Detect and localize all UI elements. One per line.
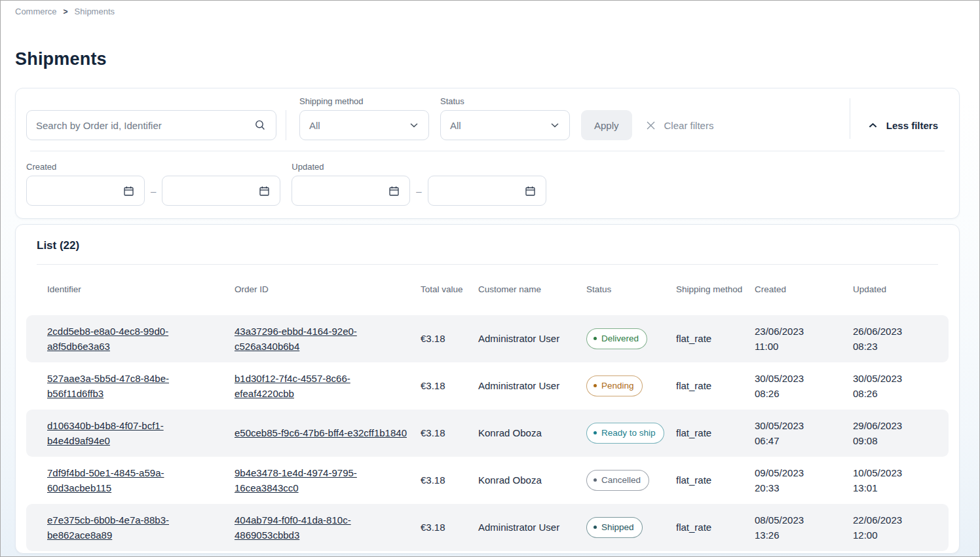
- order-id-link[interactable]: 9b4e3478-1e4d-4974-9795-16cea3843cc0: [235, 467, 357, 493]
- table-row: 527aae3a-5b5d-47c8-84be-b56f11d6ffb3 b1d…: [26, 362, 949, 410]
- customer-name-cell: Konrad Oboza: [478, 425, 586, 440]
- breadcrumb-commerce[interactable]: Commerce: [15, 7, 57, 16]
- chevron-up-icon: [867, 120, 878, 131]
- filter-divider: [286, 110, 286, 140]
- column-header: Customer name: [478, 284, 586, 296]
- column-header: Updated: [853, 284, 941, 296]
- order-id-link[interactable]: 404ab794-f0f0-41da-810c-4869053cbbd3: [235, 514, 351, 541]
- calendar-icon: [388, 185, 400, 197]
- column-header: Identifier: [47, 284, 235, 296]
- clear-filters-button[interactable]: Clear filters: [645, 110, 714, 140]
- top-bar: Commerce > Shipments: [1, 1, 979, 29]
- updated-cell: 22/06/202312:00: [853, 512, 941, 543]
- close-icon: [645, 120, 656, 131]
- shipping-method-cell: flat_rate: [676, 472, 755, 488]
- breadcrumb: Commerce > Shipments: [15, 7, 979, 16]
- range-dash: –: [151, 185, 156, 197]
- status-select[interactable]: All: [440, 110, 570, 140]
- total-value-cell: €3.18: [421, 331, 478, 346]
- page-title: Shipments: [15, 49, 979, 69]
- table-row: 7df9f4bd-50e1-4845-a59a-60d3acbeb115 9b4…: [26, 457, 949, 504]
- updated-cell: 29/06/202309:08: [853, 418, 941, 449]
- status-badge-label: Delivered: [601, 332, 639, 346]
- customer-name-cell: Administrator User: [478, 378, 586, 393]
- updated-cell: 26/06/202308:23: [853, 324, 941, 355]
- table-body: 2cdd5eb8-e8a0-4ec8-99d0-a8f5db6e3a63 43a…: [26, 315, 949, 551]
- status-cell: Shipped: [586, 517, 676, 539]
- search-box[interactable]: [26, 110, 276, 140]
- created-cell: 30/05/202308:26: [755, 371, 853, 402]
- calendar-icon: [524, 185, 537, 197]
- status-cell: Delivered: [586, 328, 676, 350]
- created-cell: 08/05/202313:26: [755, 512, 853, 543]
- identifier-link[interactable]: d106340b-b4b8-4f07-bcf1-b4e4d9af94e0: [47, 420, 164, 446]
- apply-button[interactable]: Apply: [581, 110, 632, 140]
- column-header: Status: [586, 284, 676, 296]
- order-id-link[interactable]: b1d30f12-7f4c-4557-8c66-efeaf4220cbb: [235, 373, 350, 399]
- updated-from-input[interactable]: [292, 176, 410, 206]
- calendar-icon: [258, 185, 271, 197]
- updated-cell: 10/05/202313:01: [853, 465, 941, 496]
- identifier-link[interactable]: 527aae3a-5b5d-47c8-84be-b56f11d6ffb3: [47, 373, 169, 399]
- total-value-cell: €3.18: [421, 425, 478, 440]
- customer-name-cell: Konrad Oboza: [478, 472, 586, 488]
- less-filters-toggle[interactable]: Less filters: [867, 110, 949, 140]
- calendar-icon: [122, 185, 135, 197]
- created-from-input[interactable]: [26, 176, 145, 206]
- created-cell: 09/05/202320:33: [755, 465, 853, 496]
- updated-range-field: Updated –: [292, 162, 546, 206]
- column-header: Total value: [421, 284, 478, 296]
- chevron-down-icon: [409, 120, 419, 130]
- identifier-link[interactable]: 7df9f4bd-50e1-4845-a59a-60d3acbeb115: [47, 467, 164, 493]
- search-field: [26, 110, 276, 140]
- status-badge-label: Pending: [601, 379, 634, 393]
- table-header: IdentifierOrder IDTotal valueCustomer na…: [26, 265, 949, 315]
- filters-panel: Shipping method All Status All: [15, 88, 960, 219]
- less-filters-label: Less filters: [886, 120, 938, 131]
- total-value-cell: €3.18: [421, 378, 478, 393]
- created-cell: 23/06/202311:00: [755, 324, 853, 355]
- column-header: Shipping method: [676, 284, 755, 296]
- table-row: 2cdd5eb8-e8a0-4ec8-99d0-a8f5db6e3a63 43a…: [26, 315, 949, 362]
- status-dot-icon: [594, 478, 597, 482]
- filters-row-divider: [30, 151, 945, 151]
- order-id-link[interactable]: e50ceb85-f9c6-47b6-bff4-e32cff1b1840: [235, 427, 407, 438]
- chevron-down-icon: [550, 120, 560, 130]
- status-field: Status All: [440, 96, 570, 140]
- search-input[interactable]: [36, 120, 254, 131]
- status-cell: Ready to ship: [586, 423, 676, 444]
- filter-divider: [850, 98, 850, 139]
- status-cell: Cancelled: [586, 470, 676, 491]
- created-to-input[interactable]: [162, 176, 280, 206]
- status-badge-label: Ready to ship: [601, 427, 656, 440]
- shipping-method-field: Shipping method All: [299, 96, 429, 140]
- status-badge-label: Shipped: [601, 521, 634, 535]
- shipping-method-select[interactable]: All: [299, 110, 429, 140]
- clear-filters-label: Clear filters: [664, 120, 714, 131]
- breadcrumb-shipments: Shipments: [75, 7, 115, 16]
- list-title: List (22): [37, 239, 949, 252]
- status-badge: Shipped: [586, 517, 643, 539]
- status-dot-icon: [594, 384, 597, 387]
- identifier-link[interactable]: 2cdd5eb8-e8a0-4ec8-99d0-a8f5db6e3a63: [47, 326, 168, 352]
- shipping-method-cell: flat_rate: [676, 331, 755, 346]
- created-label: Created: [26, 162, 280, 172]
- search-icon: [254, 119, 267, 132]
- identifier-link[interactable]: e7e375cb-6b0b-4e7a-88b3-be862ace8a89: [47, 514, 169, 541]
- total-value-cell: €3.18: [421, 472, 478, 488]
- status-badge-label: Cancelled: [601, 474, 641, 488]
- status-label: Status: [440, 96, 570, 106]
- total-value-cell: €3.18: [421, 520, 478, 535]
- customer-name-cell: Administrator User: [478, 520, 586, 535]
- table-row: e7e375cb-6b0b-4e7a-88b3-be862ace8a89 404…: [26, 504, 949, 551]
- shipping-method-cell: flat_rate: [676, 378, 755, 393]
- order-id-link[interactable]: 43a37296-ebbd-4164-92e0-c526a340b6b4: [235, 326, 357, 352]
- status-dot-icon: [594, 526, 597, 529]
- updated-cell: 30/05/202308:26: [853, 371, 941, 402]
- updated-label: Updated: [292, 162, 546, 172]
- updated-to-input[interactable]: [428, 176, 546, 206]
- breadcrumb-separator-icon: >: [64, 7, 68, 16]
- range-dash: –: [416, 185, 421, 197]
- status-dot-icon: [594, 337, 597, 340]
- shipping-method-value: All: [309, 120, 320, 131]
